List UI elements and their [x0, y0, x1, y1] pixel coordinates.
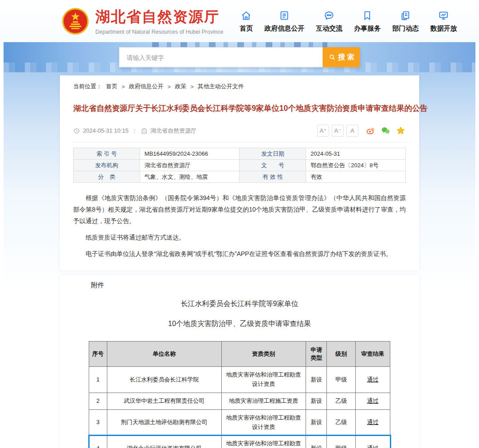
home-icon: [240, 10, 252, 21]
font-size-decrease-button[interactable]: A⁻: [332, 125, 344, 137]
search-box: 搜 索: [119, 47, 360, 67]
cell-no: 2: [89, 393, 107, 410]
breadcrumb-item-1[interactable]: 政府信息公开: [129, 83, 164, 90]
breadcrumb-item-2[interactable]: 政策: [175, 83, 186, 90]
info-doc-icon: [279, 10, 290, 21]
meta-value: 2024-05-31: [306, 148, 406, 160]
column-header: 序号: [89, 342, 107, 367]
bookmark-icon: [361, 10, 373, 21]
cell-result: 通过: [355, 393, 390, 410]
column-header: 单位名称: [107, 342, 221, 367]
cell-apply_type: 新设: [306, 409, 327, 436]
nav-item-label: 互动交流: [316, 24, 342, 33]
table-row: 1长江水利委员会长江科学院地质灾害评估和治理工程勘查设计资质新设甲级通过: [89, 367, 390, 393]
result-table: 序号单位名称资质类别申请类型级别审查结果 1长江水利委员会长江科学院地质灾害评估…: [89, 341, 390, 448]
cell-apply_type: 新设: [306, 393, 327, 410]
column-header: 申请类型: [306, 342, 327, 367]
meta-label: 索 引 号: [74, 148, 140, 160]
brand-text: 湖北省自然资源厅 Department of Natural Resources…: [95, 7, 223, 35]
result-table-wrap: 序号单位名称资质类别申请类型级别审查结果 1长江水利委员会长江科学院地质灾害评估…: [89, 341, 390, 448]
search-input[interactable]: [119, 47, 323, 67]
result-link[interactable]: 通过: [367, 397, 378, 404]
weibo-icon[interactable]: [365, 126, 376, 136]
cell-category: 地质灾害评估和治理工程勘查设计资质: [221, 409, 306, 436]
meta-value: 湖北省自然资源厅: [140, 160, 240, 171]
monitor-icon: [438, 10, 449, 21]
cell-apply_type: 新设: [306, 436, 327, 448]
search-button-label: 搜 索: [338, 53, 354, 62]
cell-result: 通过: [355, 367, 390, 393]
article-body: 根据《地质灾害防治条例》（国务院令第394号）和《地质灾害防治单位资质管理办法》…: [73, 193, 406, 259]
breadcrumb-item-0[interactable]: 首页: [106, 83, 118, 90]
search-button[interactable]: 搜 索: [323, 47, 360, 67]
attachment-title-line2: 10个地质灾害防治甲、乙级资质申请审查结果: [73, 319, 406, 329]
cell-name: 长江水利委员会长江科学院: [107, 367, 221, 393]
meta-table-row: 发布机构湖北省自然资源厅文 号鄂自然资公告〔2024〕8号: [74, 160, 406, 171]
national-emblem-icon: [61, 7, 90, 35]
cell-level: 甲级: [327, 436, 356, 448]
nav-item-pages[interactable]: 部门动态: [386, 10, 424, 33]
cell-name: 武汉华中岩土工程有限责任公司: [107, 393, 221, 410]
meta-value: MB1644959/2024-23066: [140, 148, 240, 160]
result-link[interactable]: 通过: [367, 445, 378, 448]
meta-label: 分 类: [74, 171, 140, 183]
main-nav: 首页政府信息公开互动交流办事服务部门动态数据开放: [234, 10, 463, 33]
table-row: 3荆门天地源土地评估勘测有限公司地质灾害评估和治理工程勘查设计资质新设乙级通过: [89, 409, 390, 436]
chat-icon: [323, 10, 335, 21]
nav-item-info-doc[interactable]: 政府信息公开: [259, 10, 310, 33]
font-size-controls: A⁺A⁻A: [317, 125, 358, 137]
nav-item-label: 办事服务: [354, 24, 381, 33]
breadcrumb-item-3[interactable]: 其他主动公开文件: [198, 83, 244, 90]
breadcrumb-separator: >: [168, 83, 171, 90]
cell-level: 甲级: [327, 367, 356, 393]
nav-item-label: 首页: [240, 24, 253, 33]
favorite-star-icon[interactable]: [396, 126, 406, 136]
article-paragraph: 电子证书由单位法人登录“湖北省政务网”或手机“鄂汇办”APP在证照专区查看省自然…: [73, 248, 406, 260]
publish-time: 2024-05-31 10:15: [83, 127, 129, 134]
nav-item-chat[interactable]: 互动交流: [310, 10, 348, 33]
meta-value: 鄂自然资公告〔2024〕8号: [306, 160, 406, 171]
source-building-icon: [141, 127, 148, 134]
nav-item-label: 部门动态: [392, 24, 419, 33]
wechat-icon[interactable]: [381, 126, 391, 136]
nav-item-home[interactable]: 首页: [234, 10, 259, 33]
column-header: 级别: [327, 342, 356, 367]
hero-banner: 搜 索: [4, 42, 475, 72]
site-logo[interactable]: 湖北省自然资源厅 Department of Natural Resources…: [61, 7, 223, 35]
article-card: 当前位置： 首页>政府信息公开>政策>其他主动公开文件 湖北省自然资源厅关于长江…: [60, 75, 419, 271]
breadcrumb-separator: >: [122, 83, 125, 90]
table-header-row: 序号单位名称资质类别申请类型级别审查结果: [89, 342, 390, 367]
result-link[interactable]: 通过: [367, 376, 378, 383]
article-source: 湖北省自然资源厅: [150, 127, 196, 135]
breadcrumb-label: 当前位置：: [73, 83, 102, 90]
result-link[interactable]: 通过: [367, 419, 378, 425]
site-title: 湖北省自然资源厅: [95, 7, 223, 27]
meta-label: 发布机构: [74, 160, 140, 171]
attachment-label: 附件: [91, 281, 406, 290]
article-paragraph: 纸质资质证书将通过邮寄方式送达。: [73, 232, 406, 244]
nav-item-bookmark[interactable]: 办事服务: [348, 10, 386, 33]
cell-level: 乙级: [327, 393, 356, 410]
cell-category: 地质灾害评估和治理工程勘查设计资质: [221, 367, 306, 393]
clock-icon: [73, 127, 80, 134]
meta-label: 文 号: [240, 160, 306, 171]
cell-category: 地质灾害治理工程施工资质: [221, 393, 306, 410]
cell-no: 4: [89, 436, 107, 448]
cell-result: 通过: [355, 409, 390, 436]
article-meta-row: 2024-05-31 10:15 | 湖北省自然资源厅 A⁺A⁻A: [73, 125, 406, 142]
cell-name: 湖北永业行评估咨询有限公司: [107, 436, 221, 448]
breadcrumb-separator: >: [190, 83, 194, 90]
attachment-card: 附件 长江水利委员会长江科学院等9家单位 10个地质灾害防治甲、乙级资质申请审查…: [60, 275, 419, 448]
meta-label: 有 效 性: [240, 171, 306, 183]
search-icon: [328, 54, 336, 61]
breadcrumb: 当前位置： 首页>政府信息公开>政策>其他主动公开文件: [73, 83, 406, 90]
pages-icon: [400, 10, 411, 21]
font-size-reset-button[interactable]: A: [346, 125, 358, 137]
nav-item-monitor[interactable]: 数据开放: [424, 10, 463, 33]
cell-apply_type: 新设: [306, 367, 327, 393]
meta-label: 发文日期: [240, 148, 306, 160]
meta-table-row: 分 类气象、水文、测绘、地震有 效 性有效: [74, 171, 406, 183]
font-size-increase-button[interactable]: A⁺: [317, 125, 329, 137]
document-meta-table: 索 引 号MB1644959/2024-23066发文日期2024-05-31发…: [73, 148, 406, 183]
cell-category: 地质灾害评估和治理工程勘查设计资质: [221, 436, 306, 448]
